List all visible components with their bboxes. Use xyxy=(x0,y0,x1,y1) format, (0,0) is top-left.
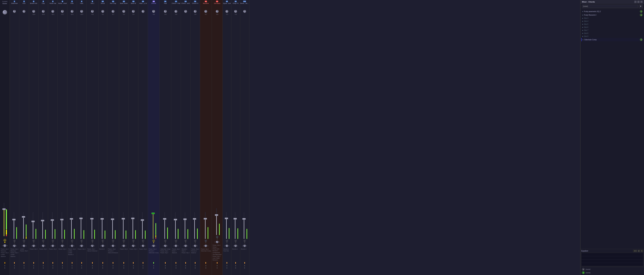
effect-item[interactable]: Param. EQ 2 xyxy=(68,248,76,250)
ch-send-up-9[interactable]: ▲ xyxy=(92,264,93,266)
ch-pan-left-1[interactable]: ◄ xyxy=(12,245,13,247)
ch-pan-knob-2[interactable] xyxy=(23,244,25,247)
ch-send-up-1[interactable]: ▲ xyxy=(14,264,15,266)
ch-fader-11[interactable] xyxy=(110,212,114,239)
ch-send-down-3[interactable]: ▲ xyxy=(33,267,34,269)
ch-power-btn-7[interactable]: ⏻ xyxy=(71,239,73,242)
ch-send-down-20[interactable]: ▲ xyxy=(205,267,206,269)
effect-item[interactable]: Param. EQ 2 xyxy=(182,252,190,254)
ch-send-up-18[interactable]: ▲ xyxy=(185,264,186,266)
ch-send-down-23[interactable]: ▲ xyxy=(235,267,236,269)
ch-pan-right-12[interactable]: ► xyxy=(125,245,126,247)
effect-item[interactable]: Param. EQ 2 xyxy=(120,248,128,250)
effect-item[interactable]: Param. EQ 2 xyxy=(39,248,48,250)
effect-item[interactable]: Maximus xyxy=(10,250,18,252)
ch-pan-left-23[interactable]: ◄ xyxy=(233,245,234,247)
ch-routing-arrow-17[interactable]: ⬆ xyxy=(175,261,177,264)
ch-pan-left-14[interactable]: ◄ xyxy=(140,245,142,247)
ch-knob-7[interactable] xyxy=(70,10,74,13)
ch-power-btn-9[interactable]: ⏻ xyxy=(91,239,94,242)
ch-power-btn-5[interactable]: ⏻ xyxy=(52,239,54,242)
ch-knob-11[interactable] xyxy=(112,10,114,13)
ch-fader-1[interactable] xyxy=(12,212,16,239)
effect-item[interactable]: Reverb 2 xyxy=(108,250,118,252)
ch-send-up-16[interactable]: ▲ xyxy=(164,264,166,266)
ch-pan-left-13[interactable]: ◄ xyxy=(131,245,132,247)
ch-fader-19[interactable] xyxy=(192,212,196,239)
ch-power-btn-21[interactable]: ⏻ xyxy=(216,236,218,238)
effect-slot-2[interactable]: ▶ Slot 3 xyxy=(581,17,643,20)
ch-pan-knob-1[interactable] xyxy=(13,244,16,247)
restore-btn[interactable]: □ xyxy=(637,1,640,3)
ch-pan-left-125[interactable]: ◄ xyxy=(242,245,243,247)
ch-knob-12[interactable] xyxy=(122,10,125,13)
ch-pan-left-10[interactable]: ◄ xyxy=(100,245,101,247)
effect-item[interactable]: Param. EQ 2 xyxy=(160,250,171,252)
effect-slot-5[interactable]: ▶ Slot 6 xyxy=(581,26,643,29)
ch-routing-arrow-18[interactable]: ⬆ xyxy=(185,261,187,264)
effect-slot-1[interactable]: ▶ Fruity Reeverb 2 ⏻ xyxy=(581,13,643,17)
ch-routing-arrow-2[interactable]: ⬆ xyxy=(23,261,25,264)
effect-item[interactable]: Delay bank xyxy=(212,248,222,250)
ch-routing-arrow-5[interactable]: ⬆ xyxy=(52,261,54,264)
ch-power-btn-10[interactable]: ⏻ xyxy=(102,239,104,242)
current-fader[interactable] xyxy=(3,203,5,236)
ch-knob-17[interactable] xyxy=(174,10,178,13)
effect-item[interactable]: Param. EQ 2 xyxy=(172,248,180,250)
ch-pan-right-6[interactable]: ► xyxy=(64,245,65,247)
ch-power-btn-8[interactable]: ⏻ xyxy=(80,239,83,242)
ch-routing-arrow-11[interactable]: ⬆ xyxy=(112,261,114,264)
effect-item[interactable]: Reverb 2 xyxy=(148,250,159,252)
ch-pan-knob-14[interactable] xyxy=(142,244,144,247)
ch-pan-right-13[interactable]: ► xyxy=(135,245,136,247)
ch-pan-right-7[interactable]: ► xyxy=(74,245,75,247)
effect-item[interactable]: Param. EQ 2 xyxy=(30,248,38,250)
ch-pan-left-2[interactable]: ◄ xyxy=(21,245,22,247)
ch-pan-right-21[interactable]: ► xyxy=(219,241,220,243)
ch-send-up-10[interactable]: ▲ xyxy=(102,264,104,266)
send-num-2[interactable]: ◉ xyxy=(582,271,585,274)
ch-send-up-8[interactable]: ▲ xyxy=(81,264,82,266)
send-routing-arrow[interactable]: ⬆ xyxy=(4,261,6,264)
ch-pan-right-15[interactable]: ► xyxy=(155,245,156,247)
ch-routing-arrow-23[interactable]: ⬆ xyxy=(234,261,237,264)
ch-send-up-12[interactable]: ▲ xyxy=(123,264,124,266)
ch-pan-left-21[interactable]: ◄ xyxy=(214,241,216,243)
ch-knob-9[interactable] xyxy=(91,10,94,13)
effect-item[interactable]: Balance xyxy=(172,252,180,254)
ch-power-btn-15[interactable]: ⏻ xyxy=(152,239,155,242)
effect-item[interactable]: Reverb 2 xyxy=(212,259,222,261)
effect-slot-7[interactable]: ▶ Slot 8 xyxy=(581,32,643,35)
ch-knob-10[interactable] xyxy=(101,10,104,13)
minimize-btn[interactable]: ─ xyxy=(634,1,636,3)
effect-item[interactable]: Love Philter xyxy=(212,257,222,259)
ch-knob-3[interactable] xyxy=(32,10,35,13)
effect-slot-4[interactable]: ▶ Slot 5 xyxy=(581,23,643,26)
effect-item[interactable]: Reverb 2 xyxy=(212,250,222,252)
ch-send-up-23[interactable]: ▲ xyxy=(235,264,236,266)
ch-power-btn-13[interactable]: ⏻ xyxy=(132,239,134,242)
ch-send-up-19[interactable]: ▲ xyxy=(194,264,196,266)
effect-item[interactable]: Param. EQ 2 xyxy=(191,248,200,250)
ch-send-down-15[interactable]: ▲ xyxy=(153,267,154,269)
effect-item[interactable]: Param. EQ 2 xyxy=(58,248,66,250)
effect-item[interactable]: Stereo Enhancer xyxy=(87,250,98,252)
ch-pan-right-10[interactable]: ► xyxy=(104,245,106,247)
ch-send-up-125[interactable]: ▲ xyxy=(244,264,246,266)
ch-pan-knob-12[interactable] xyxy=(122,244,125,247)
effect-item[interactable]: Sidechain Comp xyxy=(200,250,211,252)
effect-item[interactable]: Param. EQ 2 xyxy=(139,248,147,250)
channel-dropdown[interactable]: (none) xyxy=(582,5,638,8)
ch-knob-23[interactable] xyxy=(234,10,237,13)
ch-pan-knob-4[interactable] xyxy=(42,244,44,247)
effect-item[interactable]: Mute 2 xyxy=(172,250,180,252)
ch-send-down-11[interactable]: ▲ xyxy=(112,267,114,269)
effect-item[interactable]: Param. EQ 2 xyxy=(87,248,98,250)
ch-power-btn-17[interactable]: ⏻ xyxy=(175,239,177,242)
ch-pan-right-14[interactable]: ► xyxy=(144,245,146,247)
slot-power-btn-9[interactable]: ⏻ xyxy=(640,39,642,41)
ch-knob-14[interactable] xyxy=(142,10,144,13)
ch-pan-knob-21[interactable] xyxy=(216,240,218,243)
ch-send-up-21[interactable]: ▲ xyxy=(216,264,218,266)
effect-item[interactable]: Param. EQ 2 xyxy=(148,248,159,250)
